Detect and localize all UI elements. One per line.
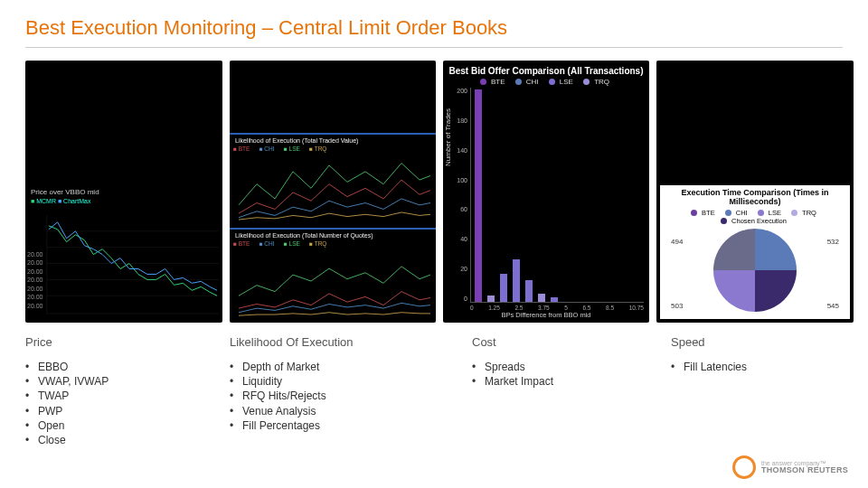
- speed-chart-title: Execution Time Comparison (Times in Mill…: [664, 189, 846, 207]
- likelihood-legend-2: ■ BTE ■ CHI ■ LSE ■ TRQ: [233, 239, 432, 248]
- price-yticks: 20.0020.0020.0020.0020.0020.0020.00: [27, 250, 43, 310]
- divider: [25, 47, 843, 48]
- likelihood-bottom-title: Likelihood of Execution (Total Number of…: [233, 231, 432, 239]
- page-title: Best Execution Monitoring – Central Limi…: [25, 16, 843, 40]
- col-price-header: Price: [25, 335, 230, 349]
- cost-yticks: 2001801401006040200: [446, 88, 467, 302]
- list-item: Spreads: [472, 360, 671, 374]
- list-item: RFQ Hits/Rejects: [230, 389, 472, 403]
- list-item: VWAP, IVWAP: [25, 374, 230, 389]
- cost-chart-title: Best Bid Offer Comparison (All Transacti…: [443, 61, 649, 78]
- list-item: Depth of Market: [230, 360, 472, 374]
- col-likelihood: Likelihood Of Execution Depth of Market …: [230, 335, 472, 447]
- cost-xticks: 01.252.53.7556.58.510.75: [443, 303, 649, 311]
- list-item: Fill Percentages: [230, 418, 472, 433]
- list-item: Liquidity: [230, 374, 472, 389]
- likelihood-panel: Likelihood of Execution (Total Traded Va…: [230, 61, 436, 323]
- col-speed: Speed Fill Latencies: [671, 335, 843, 447]
- list-item: PWP: [25, 404, 230, 418]
- list-item: Fill Latencies: [671, 360, 843, 374]
- cost-panel: Best Bid Offer Comparison (All Transacti…: [443, 61, 649, 323]
- list-item: Open: [25, 418, 230, 433]
- list-item: Close: [25, 433, 230, 447]
- col-cost-header: Cost: [472, 335, 671, 349]
- col-cost: Cost Spreads Market Impact: [472, 335, 671, 447]
- list-item: TWAP: [25, 389, 230, 403]
- likelihood-bottom-chart: [233, 248, 432, 321]
- list-item: Market Impact: [472, 374, 671, 389]
- speed-panel: Execution Time Comparison (Times in Mill…: [656, 61, 854, 323]
- col-price: Price EBBO VWAP, IVWAP TWAP PWP Open Clo…: [25, 335, 230, 447]
- cost-x-title: BPs Difference from BBO mid: [443, 311, 649, 323]
- brand-ring-icon: [732, 455, 756, 479]
- likelihood-top-chart: [233, 153, 432, 226]
- price-panel: Price over VBBO mid ■ MCMR ■ ChartMax 20…: [25, 61, 222, 323]
- col-likelihood-header: Likelihood Of Execution: [230, 335, 472, 349]
- pie-label-bl: 503: [671, 302, 683, 310]
- likelihood-legend: ■ BTE ■ CHI ■ LSE ■ TRQ: [233, 145, 432, 153]
- list-item: Venue Analysis: [230, 404, 472, 418]
- pie-label-tl: 494: [671, 238, 683, 246]
- price-line-chart: [25, 206, 222, 323]
- brand-name: THOMSON REUTERS: [761, 466, 848, 474]
- brand-logo: the answer company™ THOMSON REUTERS: [732, 455, 848, 479]
- cost-legend: BTE CHI LSE TRQ: [443, 78, 649, 88]
- list-item: EBBO: [25, 360, 230, 374]
- speed-legend: BTE CHI LSE TRQ Chosen Execution: [664, 209, 846, 225]
- chart-panels: Price over VBBO mid ■ MCMR ■ ChartMax 20…: [25, 61, 843, 323]
- cost-bar-chart: Number of Trades 2001801401006040200: [470, 88, 644, 303]
- speed-pie-chart: 494 532 503 545: [664, 225, 846, 315]
- price-legend: ■ MCMR ■ ChartMax: [25, 198, 222, 206]
- pie-label-br: 545: [827, 302, 839, 310]
- columns: Price EBBO VWAP, IVWAP TWAP PWP Open Clo…: [25, 335, 843, 447]
- col-speed-header: Speed: [671, 335, 843, 349]
- pie-label-tr: 532: [827, 238, 839, 246]
- likelihood-top-title: Likelihood of Execution (Total Traded Va…: [233, 136, 432, 145]
- price-chart-title: Price over VBBO mid: [25, 186, 222, 198]
